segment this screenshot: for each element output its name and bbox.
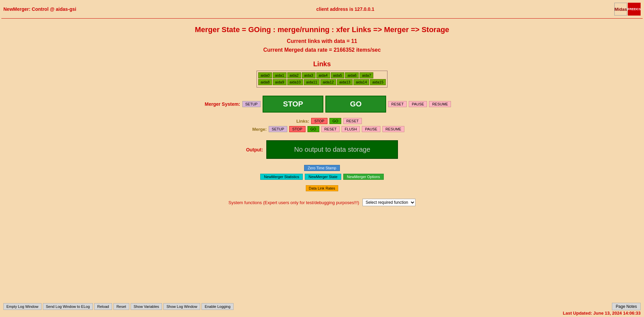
merge-flush-button[interactable]: FLUSH (342, 126, 360, 132)
show-variables-button[interactable]: Show Variables (131, 303, 162, 310)
system-functions-row: System functions (Expert users only for … (229, 199, 415, 206)
link-button-aida4[interactable]: aida4 (316, 72, 330, 78)
output-label: Output: (246, 147, 263, 152)
zero-time-stamp-button[interactable]: Zero Time Stamp (304, 165, 340, 171)
header: NewMerger: Control @ aidas-gsi client ad… (0, 0, 644, 18)
links-title: Links (313, 60, 331, 68)
state-button[interactable]: NewMerger State (305, 174, 341, 180)
merge-control-label: Merge: (240, 127, 267, 132)
merge-pause-button[interactable]: PAUSE (362, 126, 380, 132)
last-updated: Last Updated: June 13, 2024 14:06:33 (563, 311, 641, 316)
links-row-2: aida8aida9aida10aida11aida12aida13aida14… (258, 79, 386, 85)
link-button-aida15[interactable]: aida15 (370, 79, 386, 85)
merger-system-label: Merger System: (193, 101, 240, 107)
link-button-aida10[interactable]: aida10 (287, 79, 303, 85)
output-display: No output to data storage (266, 140, 398, 159)
bottom-bar: Empty Log Window Send Log Window to ELog… (0, 303, 644, 310)
current-info: Current links with data = 11 Current Mer… (263, 37, 381, 54)
links-row-1: aida0aida1aida2aida3aida4aida5aida6aida7 (258, 72, 386, 78)
link-button-aida0[interactable]: aida0 (258, 72, 272, 78)
merger-stop-button[interactable]: STOP (263, 96, 323, 113)
select-function-dropdown[interactable]: Select required function Option 1 Option… (363, 199, 415, 206)
enable-logging-button[interactable]: Enable Logging (202, 303, 233, 310)
send-log-button[interactable]: Send Log Window to ELog (43, 303, 93, 310)
link-button-aida6[interactable]: aida6 (345, 72, 359, 78)
reload-button[interactable]: Reload (94, 303, 112, 310)
data-link-rates-button[interactable]: Data Link Rates (306, 185, 338, 191)
merger-state: Merger State = GOing : merge/running : x… (195, 25, 449, 34)
utility-row-zero: Zero Time Stamp (304, 165, 340, 171)
header-title: NewMerger: Control @ aidas-gsi (3, 6, 76, 12)
merge-reset-button[interactable]: RESET (321, 126, 340, 132)
merge-stop-button[interactable]: STOP (289, 126, 305, 132)
link-button-aida12[interactable]: aida12 (320, 79, 336, 85)
link-button-aida11[interactable]: aida11 (304, 79, 320, 85)
merge-control-row: Merge: SETUP STOP GO RESET FLUSH PAUSE R… (7, 126, 637, 132)
current-links: Current links with data = 11 (263, 37, 381, 46)
links-grid: aida0aida1aida2aida3aida4aida5aida6aida7… (257, 71, 387, 88)
merge-setup-button[interactable]: SETUP (269, 126, 287, 132)
merger-setup-button[interactable]: SETUP (242, 101, 261, 107)
merger-system-row: Merger System: SETUP STOP GO RESET PAUSE… (193, 96, 451, 113)
current-rate: Current Merged data rate = 2166352 items… (263, 46, 381, 54)
header-divider (1, 18, 643, 19)
link-button-aida13[interactable]: aida13 (337, 79, 353, 85)
header-client: client address is 127.0.0.1 (316, 6, 374, 12)
merge-resume-button[interactable]: RESUME (382, 126, 404, 132)
links-control-label: Links: (282, 119, 309, 124)
output-row: Output: No output to data storage (246, 140, 398, 159)
header-logo: Midas FREEICS (614, 3, 641, 16)
midas-logo: Midas (614, 3, 627, 16)
page-notes-button[interactable]: Page Notes (612, 303, 641, 310)
main-content: Merger State = GOing : merge/running : x… (0, 22, 644, 211)
reset-button[interactable]: Reset (113, 303, 129, 310)
merger-pause-button[interactable]: PAUSE (409, 101, 427, 107)
links-control-row: Links: STOP GO RESET (7, 118, 637, 124)
options-button[interactable]: NewMerger Options (343, 174, 384, 180)
link-button-aida2[interactable]: aida2 (287, 72, 301, 78)
freeics-logo: FREEICS (628, 3, 641, 16)
system-functions-text: System functions (Expert users only for … (229, 200, 359, 205)
links-reset-button[interactable]: RESET (343, 118, 362, 124)
links-go-button[interactable]: GO (329, 118, 341, 124)
link-button-aida5[interactable]: aida5 (331, 72, 345, 78)
link-button-aida7[interactable]: aida7 (359, 72, 373, 78)
link-button-aida14[interactable]: aida14 (353, 79, 369, 85)
merge-go-button[interactable]: GO (307, 126, 319, 132)
links-stop-button[interactable]: STOP (311, 118, 327, 124)
link-button-aida9[interactable]: aida9 (273, 79, 287, 85)
merger-resume-button[interactable]: RESUME (429, 101, 451, 107)
utility-row-data-link: Data Link Rates (306, 185, 338, 191)
merger-go-button[interactable]: GO (325, 96, 386, 113)
link-button-aida3[interactable]: aida3 (302, 72, 316, 78)
show-log-button[interactable]: Show Log Window (163, 303, 200, 310)
link-button-aida8[interactable]: aida8 (258, 79, 272, 85)
bottom-left-buttons: Empty Log Window Send Log Window to ELog… (3, 303, 234, 310)
link-button-aida1[interactable]: aida1 (273, 72, 287, 78)
empty-log-button[interactable]: Empty Log Window (3, 303, 42, 310)
statistics-button[interactable]: NewMerger Statistics (260, 174, 303, 180)
merger-reset-button[interactable]: RESET (388, 101, 407, 107)
utility-row-stats: NewMerger Statistics NewMerger State New… (260, 174, 383, 180)
